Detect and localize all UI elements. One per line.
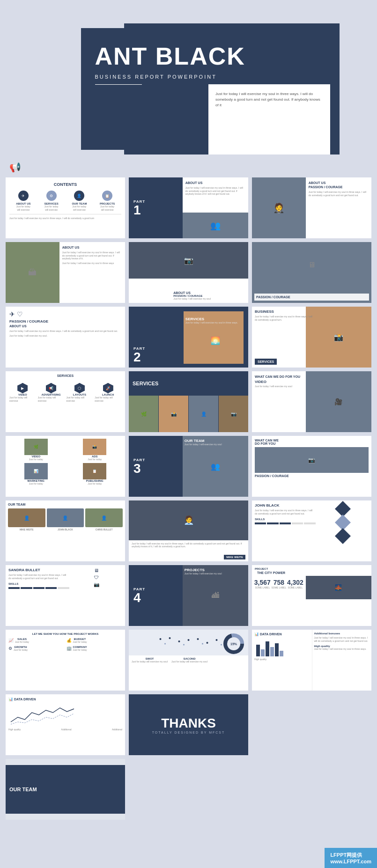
about5-body: Just for today I will exercise my soul: [173, 297, 245, 301]
slide-whatcando12[interactable]: 🎥 WHAT CAN WE DO FOR YOU VIDEO Just for …: [252, 371, 371, 432]
slide-ourteam16[interactable]: OUR TEAM 👤 MIKE WEITE 👤 JOHN BLACK 👤 CHR…: [6, 500, 125, 561]
layouts-desc: Just for today will exercise: [67, 396, 93, 402]
s11-photo4: 📷: [219, 396, 248, 432]
part2-inner: PART 2 🌅 SERVICES Just for today I will …: [129, 307, 248, 368]
part4-text-overlay: PROJECTS Just for today I will exercise …: [185, 568, 222, 575]
plane-icon: ✈: [9, 310, 15, 318]
s13-item2: 📸 ADS Just for today: [67, 439, 124, 461]
slide-thanks26[interactable]: THANKS TOTALLY DESIGNED BY MFCST: [129, 694, 248, 755]
datadriven24-heading: DATA DRIVEN: [260, 633, 282, 636]
slide-sandra19[interactable]: SANDRA BULLET Just for today I will exer…: [6, 565, 125, 626]
slide-worldmap23[interactable]: SWOT Just for today will exercise my sou…: [129, 630, 248, 691]
about5-text: ABOUT US PASSION / COURAGE Just for toda…: [170, 288, 248, 303]
team-desc: Just for today will exercise: [70, 205, 88, 211]
part4-left: PART 4: [129, 565, 183, 626]
datadriven24-quality-body: Just for today I will exercise my soul i…: [314, 647, 370, 651]
projects-icon: 📋: [102, 191, 112, 201]
part3-inner: PART 3 👥 OUR TEAM Just for today I will …: [129, 436, 248, 497]
sales-icon: 📈: [8, 638, 14, 643]
slide-letme22[interactable]: LET ME SHOW YOU HOW THE PROJECT WORKS 📈 …: [6, 630, 125, 691]
part1-body: Just for today I will exercise my soul i…: [185, 186, 245, 196]
sandra19-skills: [8, 587, 69, 589]
slide-about5[interactable]: 📷 ABOUT US PASSION / COURAGE Just for to…: [129, 242, 248, 303]
svg-point-6: [207, 642, 208, 644]
project21-photo: 🌉: [306, 576, 371, 599]
about3-left: 🤵: [252, 177, 306, 238]
whatcando12-desc: Just for today I will exercise my soul: [255, 385, 315, 388]
slide-services13[interactable]: 🌿 VIDEO Just for today 📸 ADS Just for to…: [6, 436, 125, 497]
part2-right: 🌅 SERVICES Just for today I will exercis…: [184, 311, 244, 364]
bar6: [280, 651, 283, 656]
member2-photo: 👤: [47, 508, 84, 527]
about5-photo: 📷: [129, 242, 248, 279]
slide-about4[interactable]: 🏔 ABOUT US Just for today I will exercis…: [6, 242, 125, 303]
thanks-sub: TOTALLY DESIGNED BY MFCST: [152, 731, 225, 734]
johnblack18-inner: JOHN BLACK Just for today I will exercis…: [255, 503, 369, 559]
slide-part2[interactable]: PART 2 🌅 SERVICES Just for today I will …: [129, 307, 248, 368]
bar4: [270, 647, 274, 656]
slide-ourteam-large[interactable]: OUR TEAM: [6, 759, 125, 820]
slide-ourteam17[interactable]: 🧑‍💼 Just for today I will exercise my so…: [129, 500, 248, 561]
slide-about6[interactable]: 🖥 PASSION / COURAGE: [252, 242, 371, 303]
sandra19-icons: 🖥 🛡 📷: [71, 568, 122, 623]
datadriven25-linechart: [8, 703, 122, 727]
part3-left: PART 3: [129, 436, 183, 497]
speaker-area: 📢: [0, 159, 377, 175]
slide-services11[interactable]: SERVICES 🌿 📸 👤 📷: [129, 371, 248, 432]
skill2: [267, 522, 278, 524]
letme22-company: 🏢 COMPANY Just for today: [67, 646, 123, 652]
datadriven24-bonuses: Additional bonuses: [314, 632, 370, 635]
johnblack18-icons: [318, 503, 369, 559]
slide-part4[interactable]: PART 4 🏙 PROJECTS Just for today I will …: [129, 565, 248, 626]
launch-hex-icon: 🚀: [103, 383, 113, 393]
slide-johnblack18[interactable]: JOHN BLACK Just for today I will exercis…: [252, 500, 371, 561]
title-description: Just for today I will exercise my soul i…: [215, 91, 323, 108]
bar1: [256, 645, 260, 656]
slide-services10[interactable]: SERVICES ▶ VIDEO Just for today will exe…: [6, 371, 125, 432]
dd25-l1: High quality: [8, 728, 21, 731]
letme22-grid: 📈 SALES Just for today 💰 BUDGET Just for…: [8, 638, 122, 651]
title-section: ANT BLACK BUSINESS REPORT POWERPOINT Jus…: [0, 0, 377, 159]
ourteam16-grid: 👤 MIKE WEITE 👤 JOHN BLACK 👤 CHRIS BULLET: [8, 508, 123, 531]
slide-services9[interactable]: 📸 BUSINESS Just for today I will exercis…: [252, 307, 371, 368]
slide-project21[interactable]: PROJECT Just for today I will exercise m…: [252, 565, 371, 626]
bar5: [275, 643, 279, 656]
num2: 758 SOME LABEL: [272, 579, 287, 589]
datadriven24-right: Additional bonuses Just for today I will…: [312, 630, 372, 691]
slide-contents[interactable]: CONTENTS ✈ ABOUT US Just for today will …: [6, 177, 125, 238]
slide-part3[interactable]: PART 3 👥 OUR TEAM Just for today I will …: [129, 436, 248, 497]
about4-body2: Just for today I will exercise my soul i…: [62, 262, 122, 265]
num1-label: SOME LABEL: [254, 586, 271, 589]
circle-chart: 15%: [222, 632, 245, 655]
svg-point-4: [188, 639, 190, 641]
skill1: [255, 522, 266, 524]
services11-header: SERVICES: [129, 371, 248, 396]
slide-about3[interactable]: 🤵 ABOUT US PASSION / COURAGE Just for to…: [252, 177, 371, 238]
part1-photo: 👥: [183, 213, 248, 238]
s11-photo1: 🌿: [129, 396, 158, 432]
about6-passion: PASSION / COURAGE: [256, 295, 367, 299]
speaker-icon: 📢: [9, 162, 21, 173]
slide-part1[interactable]: PART 1 ABOUT US Just for today I will ex…: [129, 177, 248, 238]
num1: 3,567 SOME LABEL: [254, 579, 271, 589]
contents-item-2: 👤 OUR TEAM Just for today will exercise: [70, 191, 88, 211]
line-chart-svg: [8, 703, 122, 727]
about4-heading: ABOUT US: [62, 246, 122, 249]
num2-label: SOME LABEL: [272, 586, 287, 589]
part1-left: PART 1: [129, 177, 183, 238]
layouts-hex-icon: ⬡: [74, 383, 85, 393]
about4-body: Just for today I will exercise my soul i…: [62, 251, 122, 260]
about-desc: Just for today will exercise: [15, 205, 32, 211]
letme22-growth: ⚙ GROWTH Just for today: [8, 646, 65, 652]
datadriven24-bars: [254, 638, 310, 656]
slide-whatcando15[interactable]: WHAT CAN WEDO FOR YOU 📷 PASSION / COURAG…: [252, 436, 371, 497]
part2-label: PART: [133, 346, 184, 351]
about4-right: ABOUT US Just for today I will exercise …: [59, 242, 125, 303]
slide-passion7[interactable]: ✈ ♡ PASSION / COURAGE ABOUT US Just for …: [6, 307, 125, 368]
about3-body: Just for today I will exercise my soul i…: [309, 191, 369, 197]
slide-datadriven25[interactable]: 📊 DATA DRIVEN High quality Additional Ad…: [6, 694, 125, 755]
slide-datadriven24[interactable]: 📊 DATA DRIVEN High quality Additional bo…: [252, 630, 371, 691]
svg-point-7: [216, 639, 218, 641]
dd25-l2: Additional: [61, 728, 72, 731]
services10-heading: SERVICES: [7, 374, 123, 377]
